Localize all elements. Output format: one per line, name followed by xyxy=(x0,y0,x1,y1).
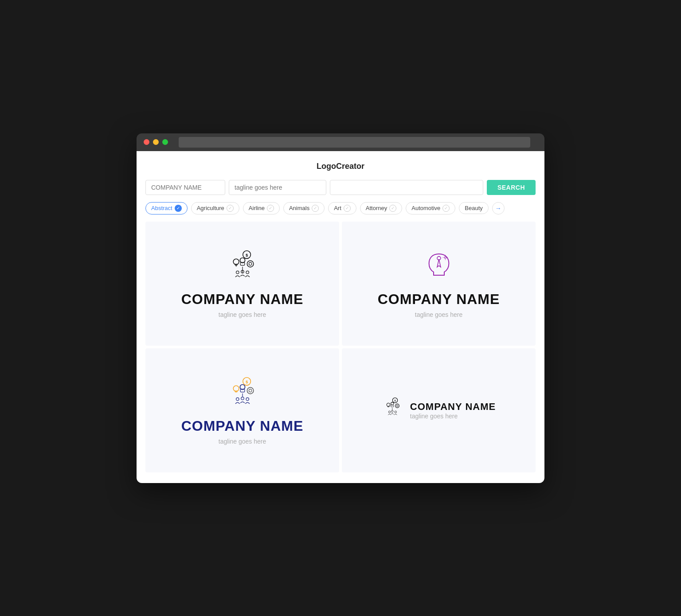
svg-point-42 xyxy=(395,411,396,413)
logo-content-3: $ xyxy=(181,375,304,445)
filter-label-agriculture: Agriculture xyxy=(197,205,224,211)
logo-card-1[interactable]: $ xyxy=(145,222,339,346)
svg-text:$: $ xyxy=(394,399,396,402)
svg-point-33 xyxy=(395,404,399,408)
svg-point-35 xyxy=(387,403,390,406)
svg-rect-38 xyxy=(391,405,393,406)
logo-card-3[interactable]: $ xyxy=(145,348,339,472)
svg-point-34 xyxy=(396,405,398,406)
browser-titlebar xyxy=(137,133,544,151)
logo-icon-2 xyxy=(421,249,457,286)
close-button[interactable] xyxy=(144,139,149,145)
svg-point-12 xyxy=(246,271,249,273)
filter-chip-animals[interactable]: Animals ✓ xyxy=(283,202,325,214)
filter-label-animals: Animals xyxy=(289,205,309,211)
logo-icon-4: $ xyxy=(382,398,404,421)
filter-next-button[interactable]: → xyxy=(492,202,505,214)
tagline-2: tagline goes here xyxy=(415,311,462,318)
filter-chip-beauty[interactable]: Beauty xyxy=(459,202,488,214)
address-bar[interactable] xyxy=(179,137,530,148)
svg-point-23 xyxy=(233,386,239,391)
filter-label-beauty: Beauty xyxy=(465,205,482,211)
tagline-4: tagline goes here xyxy=(410,413,496,420)
svg-point-10 xyxy=(236,271,239,273)
company-name-1: COMPANY NAME xyxy=(181,291,304,308)
browser-body: LogoCreator SEARCH Abstract ✓ Agricultur… xyxy=(137,151,544,483)
filter-chip-agriculture[interactable]: Agriculture ✓ xyxy=(191,202,239,214)
tagline-input[interactable] xyxy=(229,180,326,195)
svg-point-29 xyxy=(241,397,243,400)
svg-text:$: $ xyxy=(245,253,248,257)
check-icon-attorney: ✓ xyxy=(389,205,396,212)
check-icon-airline: ✓ xyxy=(267,205,274,212)
filter-label-abstract: Abstract xyxy=(151,205,172,211)
company-name-input[interactable] xyxy=(145,180,225,195)
svg-point-30 xyxy=(246,398,249,400)
check-icon-art: ✓ xyxy=(344,205,351,212)
search-bar: SEARCH xyxy=(145,180,536,195)
svg-point-3 xyxy=(249,262,251,265)
browser-window: LogoCreator SEARCH Abstract ✓ Agricultur… xyxy=(137,133,544,483)
svg-point-28 xyxy=(236,398,239,400)
minimize-button[interactable] xyxy=(153,139,159,145)
svg-point-40 xyxy=(388,411,390,413)
logo-icon-3: $ xyxy=(225,375,260,413)
tagline-1: tagline goes here xyxy=(219,311,266,318)
check-icon-abstract: ✓ xyxy=(175,205,182,212)
filter-bar: Abstract ✓ Agriculture ✓ Airline ✓ Anima… xyxy=(145,202,536,214)
filter-label-attorney: Attorney xyxy=(366,205,387,211)
logo-icon-1: $ xyxy=(225,249,260,286)
company-name-4: COMPANY NAME xyxy=(410,401,496,413)
check-icon-automotive: ✓ xyxy=(442,205,450,212)
svg-point-37 xyxy=(391,402,393,405)
filter-chip-art[interactable]: Art ✓ xyxy=(328,202,356,214)
svg-point-14 xyxy=(444,257,446,258)
svg-point-21 xyxy=(247,387,253,394)
extra-search-input[interactable] xyxy=(330,180,483,195)
logo-content-4: $ xyxy=(382,398,496,423)
filter-chip-abstract[interactable]: Abstract ✓ xyxy=(145,202,188,214)
filter-label-airline: Airline xyxy=(249,205,265,211)
svg-point-4 xyxy=(233,259,239,265)
svg-point-25 xyxy=(240,385,245,390)
logo-grid: $ xyxy=(145,222,536,472)
filter-label-art: Art xyxy=(334,205,341,211)
filter-chip-airline[interactable]: Airline ✓ xyxy=(243,202,280,214)
check-icon-animals: ✓ xyxy=(312,205,319,212)
logo-content-1: $ xyxy=(181,249,304,318)
logo-card-4[interactable]: $ xyxy=(342,348,536,472)
tagline-3: tagline goes here xyxy=(219,438,266,445)
svg-text:$: $ xyxy=(245,379,248,384)
company-name-3: COMPANY NAME xyxy=(181,418,304,434)
check-icon-agriculture: ✓ xyxy=(227,205,234,212)
filter-chip-attorney[interactable]: Attorney ✓ xyxy=(360,202,402,214)
logo-content-2: COMPANY NAME tagline goes here xyxy=(378,249,500,318)
svg-point-2 xyxy=(247,261,253,267)
svg-point-22 xyxy=(249,389,251,392)
svg-point-41 xyxy=(391,410,393,412)
app-title: LogoCreator xyxy=(145,162,536,171)
logo-card-2[interactable]: COMPANY NAME tagline goes here xyxy=(342,222,536,346)
logo-text-block-4: COMPANY NAME tagline goes here xyxy=(410,401,496,420)
filter-chip-automotive[interactable]: Automotive ✓ xyxy=(406,202,455,214)
svg-point-7 xyxy=(240,258,245,263)
maximize-button[interactable] xyxy=(162,139,168,145)
search-button[interactable]: SEARCH xyxy=(487,180,536,195)
company-name-2: COMPANY NAME xyxy=(378,291,500,308)
filter-label-automotive: Automotive xyxy=(411,205,440,211)
